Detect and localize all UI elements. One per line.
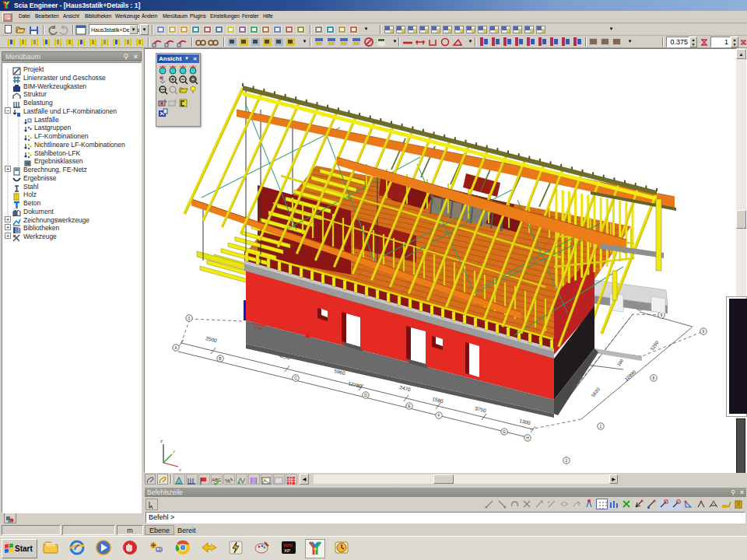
svg-text:H: H xyxy=(526,436,529,440)
svg-text:G: G xyxy=(503,429,506,434)
svg-text:1580: 1580 xyxy=(432,396,444,404)
svg-text:0: 0 xyxy=(188,316,191,320)
svg-text:2470: 2470 xyxy=(399,384,412,392)
svg-text:1300: 1300 xyxy=(519,418,531,425)
svg-text:3750: 3750 xyxy=(475,405,487,413)
svg-text:2500: 2500 xyxy=(205,335,218,343)
svg-text:A: A xyxy=(177,480,181,485)
svg-text:5630: 5630 xyxy=(591,387,601,398)
svg-text:8: 8 xyxy=(653,376,655,380)
svg-text:10990: 10990 xyxy=(624,369,637,382)
svg-text:z: z xyxy=(160,439,163,443)
svg-text:D: D xyxy=(364,393,367,397)
svg-text:F: F xyxy=(437,413,440,418)
svg-text:12780: 12780 xyxy=(348,380,363,389)
svg-text:ABC: ABC xyxy=(212,478,221,482)
svg-text:y: y xyxy=(173,449,175,453)
svg-text:WIN: WIN xyxy=(283,543,293,548)
svg-text:C: C xyxy=(294,376,297,380)
svg-text:XP: XP xyxy=(284,548,290,553)
svg-text:1: 1 xyxy=(600,424,602,429)
svg-text:2: 2 xyxy=(566,458,568,463)
svg-text:180: 180 xyxy=(616,359,624,367)
svg-text:x: x xyxy=(179,467,181,472)
svg-text:9: 9 xyxy=(703,329,705,334)
svg-text:9: 9 xyxy=(661,313,663,317)
svg-text:%: % xyxy=(225,478,230,485)
